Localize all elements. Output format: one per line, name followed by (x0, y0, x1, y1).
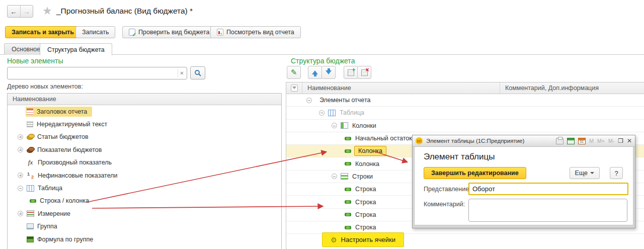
right-panel-title: Структура бюджета (291, 57, 355, 65)
document-chart-icon (217, 29, 223, 36)
expand-icon[interactable] (18, 147, 23, 152)
fx-icon: fx (27, 158, 34, 167)
command-bar: Записать и закрыть Записать Проверить ви… (0, 26, 644, 39)
arrow-down-icon (326, 70, 332, 74)
row-icon (345, 137, 351, 140)
clear-search-icon[interactable]: ✕ (178, 69, 186, 77)
tree-item-row-column[interactable]: Строка / колонка (8, 195, 281, 207)
1c-logo-icon: 1С (416, 137, 423, 144)
table-element-dialog: 1С Элемент таблицы (1С:Предприятие) M M+… (412, 135, 635, 228)
row-icon (345, 162, 351, 165)
presentation-input[interactable] (468, 183, 628, 195)
tree-item-budget-indicators[interactable]: Показатели бюджетов (8, 143, 281, 156)
save-button[interactable]: Записать (75, 26, 115, 38)
tree-item-table[interactable]: Таблица (8, 182, 281, 194)
gear-icon: ⚙ (331, 236, 337, 244)
column-comment[interactable]: Комментарий, Доп.информация (500, 85, 599, 92)
document-check-icon (129, 29, 135, 36)
static-text-icon (27, 121, 33, 127)
tree-label: Дерево новых элементов: (7, 83, 83, 90)
close-icon[interactable]: ✕ (627, 137, 632, 144)
tree-item-group[interactable]: Группа (8, 220, 281, 233)
column-name[interactable]: Наименование (302, 82, 500, 94)
tree-item-derived-indicator[interactable]: fx Производный показатель (8, 156, 281, 169)
finish-editing-button[interactable]: Завершить редактирование (424, 167, 526, 179)
row-icon (345, 226, 351, 229)
search-icon (194, 69, 202, 77)
budget-articles-icon (27, 134, 34, 140)
maximize-icon[interactable]: ❒ (618, 137, 623, 144)
collapse-icon[interactable] (332, 123, 337, 128)
collapse-icon[interactable] (306, 98, 312, 103)
history-buttons: ← → (7, 5, 33, 18)
report-header-icon (27, 109, 33, 115)
presentation-label: Представление: (424, 186, 471, 193)
collapse-icon[interactable] (319, 110, 325, 116)
tab-budget-structure[interactable]: Структура бюджета (40, 43, 112, 55)
dialog-body: Элемент таблицы Завершить редактирование… (414, 147, 633, 225)
move-up-button[interactable] (308, 66, 322, 79)
budget-indicators-icon (27, 147, 34, 153)
group-icon (27, 223, 34, 229)
delete-level-button[interactable] (357, 66, 371, 79)
forward-button[interactable]: → (20, 6, 33, 17)
tree-item-dimension[interactable]: Измерение (8, 207, 281, 220)
move-down-button[interactable] (321, 66, 336, 79)
row-icon (345, 200, 351, 204)
nav-row: ← → ★ _Прогнозный баланс (Вид бюджета) * (0, 0, 644, 23)
calculator-icon[interactable] (567, 138, 575, 144)
expand-icon[interactable] (18, 134, 23, 140)
add-level-button[interactable] (344, 66, 358, 79)
left-table-header[interactable]: Наименование (8, 94, 281, 105)
calendar-icon[interactable] (578, 138, 586, 144)
add-level-icon (348, 69, 354, 76)
memory-minus-button[interactable]: M- (608, 138, 614, 144)
edit-button[interactable]: ✎ (287, 66, 301, 79)
dialog-titlebar[interactable]: 1С Элемент таблицы (1С:Предприятие) M M+… (413, 135, 635, 147)
more-button[interactable]: Еще (570, 167, 600, 179)
tree-item-report-header[interactable]: Заголовок отчета (8, 105, 281, 118)
table-icon (27, 185, 34, 192)
help-button[interactable]: ? (610, 167, 623, 179)
save-and-close-button[interactable]: Записать и закрыть (5, 26, 80, 38)
tree-item-static-text[interactable]: Нередактируемый текст (8, 118, 281, 130)
memory-plus-button[interactable]: M+ (597, 138, 605, 144)
selected-item-box[interactable]: Колонка (354, 146, 386, 156)
tree-item-budget-articles[interactable]: Статьи бюджетов (8, 131, 281, 143)
filter-column[interactable] (286, 82, 302, 94)
columns-icon (341, 122, 348, 129)
search-button[interactable] (190, 66, 205, 79)
struct-row-columns[interactable]: Колонки (286, 120, 644, 132)
tree-item-group-formula[interactable]: Формула по группе (8, 233, 281, 245)
left-panel-title: Новые элементы (7, 57, 63, 65)
pencil-icon: ✎ (291, 68, 297, 77)
collapse-icon[interactable] (332, 174, 337, 179)
search-input[interactable] (10, 68, 176, 78)
dimension-icon (27, 210, 34, 217)
view-report-button[interactable]: Посмотреть вид отчета (210, 26, 301, 38)
chevron-down-icon (590, 172, 594, 174)
group-formula-icon (27, 236, 34, 242)
struct-row-table[interactable]: Таблица (286, 107, 644, 119)
search-box: ✕ (7, 67, 187, 79)
filter-icon (291, 85, 298, 92)
drag-highlight: Заголовок отчета (26, 107, 92, 117)
row-icon (345, 149, 351, 153)
collapse-icon[interactable] (18, 186, 23, 191)
comment-textarea[interactable] (468, 199, 627, 222)
struct-row-report-elements[interactable]: Элементы отчета (286, 94, 644, 107)
comment-label: Комментарий: (424, 201, 465, 208)
arrow-up-icon (312, 70, 318, 74)
delete-level-icon (361, 69, 368, 76)
expand-icon[interactable] (18, 211, 23, 216)
rows-icon (341, 173, 348, 180)
tree-item-nonfinancial[interactable]: Нефинансовые показатели (8, 169, 281, 182)
expand-icon[interactable] (18, 173, 23, 178)
favorite-star-icon[interactable]: ★ (42, 5, 52, 18)
back-button[interactable]: ← (8, 6, 20, 17)
check-budget-view-button[interactable]: Проверить вид бюджета (122, 26, 216, 38)
page-title: _Прогнозный баланс (Вид бюджета) * (56, 7, 193, 16)
configure-cells-button[interactable]: ⚙ Настроить ячейки (322, 232, 404, 247)
print-icon[interactable] (556, 138, 564, 144)
memory-recall-button[interactable]: M (589, 138, 594, 144)
